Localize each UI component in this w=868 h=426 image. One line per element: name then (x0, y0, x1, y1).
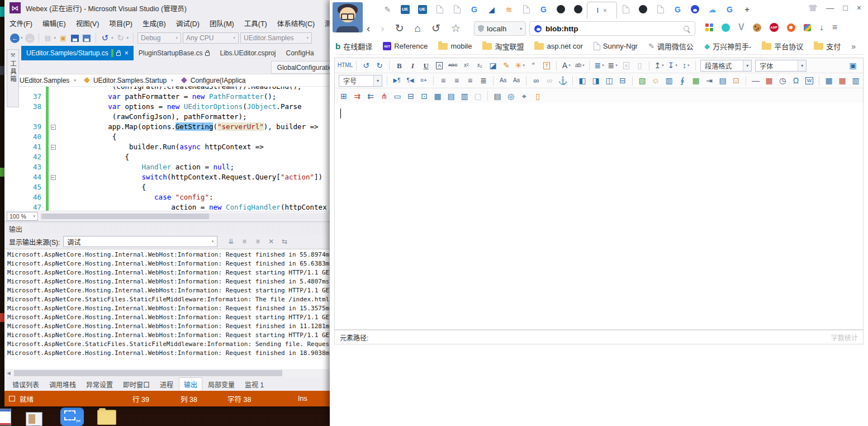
menu-item[interactable]: 生成(B) (137, 18, 171, 29)
word-count-button[interactable]: 字数统计 (831, 333, 858, 342)
zoom-level-select[interactable]: 100 %▾ (7, 212, 38, 221)
tab-ueditor[interactable]: UE (396, 0, 414, 18)
breadcrumb-project[interactable]: UEditor.Samples (20, 77, 69, 84)
underline-button[interactable]: U (420, 60, 432, 72)
split-to-cols-button[interactable]: ▥ (458, 90, 471, 102)
space-before-button[interactable]: ↥▾ (653, 60, 665, 72)
delete-table-button[interactable]: ▦ (836, 75, 848, 87)
panel-tab[interactable]: 调用堆栈 (45, 378, 80, 391)
merge-cells-button[interactable]: ▭ (391, 90, 404, 102)
source-html-button[interactable]: HTML (338, 60, 353, 72)
align-center-button[interactable]: ≡ (450, 75, 463, 87)
ordered-list-button[interactable]: ≣▾ (593, 60, 605, 72)
line-height-button[interactable]: ↕▾ (680, 60, 692, 72)
breadcrumb-member[interactable]: Configure(IApplica (191, 77, 246, 84)
align-left-button[interactable]: ≡ (437, 75, 449, 87)
fold-collapse-icon[interactable]: − (51, 125, 56, 130)
indent-button[interactable]: ▶¶ (391, 75, 403, 87)
insert-date-button[interactable]: ▦ (763, 75, 775, 87)
desktop-screenshot-tool-icon[interactable]: ✂ (60, 408, 84, 426)
panel-tab[interactable]: 进程 (155, 378, 178, 391)
tab-handwriting[interactable]: ✎ (379, 0, 396, 18)
insert-map-button[interactable]: ▦ (690, 75, 702, 87)
link-button[interactable]: ∞ (530, 75, 542, 87)
menu-item[interactable]: 测试(S) (320, 18, 330, 29)
document-tab-globalconfiguration[interactable]: GlobalConfiguratio (271, 61, 339, 74)
insert-row-after-button[interactable]: ⊟ (405, 90, 417, 102)
format-eraser-button[interactable]: ◪ (487, 60, 499, 72)
insert-image-button[interactable]: ▧ (636, 75, 648, 87)
tab-blank-3[interactable] (518, 0, 535, 18)
tab-blank-2[interactable] (448, 0, 466, 18)
blank-page-button[interactable]: ▯ (633, 60, 646, 72)
close-button[interactable]: × (857, 3, 861, 12)
bookmark-reference[interactable]: NETReference (383, 42, 428, 50)
tab-stackoverflow[interactable]: ≋ (500, 0, 518, 18)
clear-doc-button[interactable]: ✎ (500, 60, 513, 72)
table-disabled-button[interactable]: ▢ (472, 90, 484, 102)
document-tab[interactable]: PluginStartupBase.cs (134, 46, 215, 60)
align-justify-button[interactable]: ≣ (477, 75, 490, 87)
new-file-button[interactable]: ▤ (43, 33, 53, 43)
save-button[interactable] (70, 33, 80, 43)
save-all-button[interactable] (82, 33, 92, 43)
platform-select[interactable]: Any CPU▾ (183, 32, 239, 44)
paste-button[interactable]: ▯ (532, 90, 544, 102)
merge-right-button[interactable]: ▦ (431, 90, 444, 102)
print-button[interactable]: ▤ (491, 90, 504, 102)
tab-google-3[interactable]: G (669, 0, 686, 18)
insert-col-left-button[interactable]: ⇉ (351, 90, 363, 102)
tab-cloud[interactable]: ☁ (704, 0, 721, 18)
panel-tab[interactable]: 局部变量 (203, 378, 239, 391)
home-button[interactable]: ⌂ (415, 23, 421, 34)
ueditor-content-area[interactable] (334, 103, 864, 330)
address-bar[interactable]: blob:http (529, 21, 695, 36)
ext-vue-devtools-button[interactable]: V (738, 22, 744, 32)
menu-button[interactable]: ≡ (832, 22, 837, 32)
recently-closed-button[interactable]: ↺ (431, 23, 440, 34)
tab-github[interactable] (552, 0, 570, 18)
redo-button[interactable]: ↻ (116, 33, 126, 43)
split-to-rows-button[interactable]: ▤ (445, 90, 457, 102)
table-title-button[interactable]: ▥ (850, 75, 862, 87)
insert-table-button[interactable]: ▦ (823, 75, 835, 87)
output-horizontal-scrollbar[interactable]: ◀ (4, 369, 330, 377)
chevron-down-icon[interactable]: ▾ (520, 26, 522, 31)
blockquote-button[interactable]: “ (527, 60, 539, 72)
paste-plain-button[interactable]: T (540, 60, 553, 72)
desktop-id-photo-icon[interactable] (26, 412, 42, 426)
desktop-document-icon[interactable] (0, 409, 11, 425)
bold-button[interactable]: B (393, 60, 405, 72)
bookmark-translate[interactable]: b在线翻译 (335, 41, 372, 51)
bookmark-wechat[interactable]: ✎调用微信公 (648, 41, 694, 51)
back-button[interactable]: ‹ (367, 23, 370, 34)
ext-cube-button[interactable] (804, 24, 811, 31)
output-log[interactable]: Microsoft.AspNetCore.Hosting.Internal.We… (4, 249, 330, 369)
word-image-button[interactable]: W (803, 75, 815, 87)
to-uppercase-button[interactable]: Aa (497, 75, 509, 87)
minimize-button[interactable]: — (826, 3, 834, 12)
undo-button[interactable]: ↺ (100, 33, 110, 43)
ext-adblock-plus-button[interactable]: ABP (770, 23, 779, 32)
to-lowercase-button[interactable]: Aa (510, 75, 523, 87)
anchor-button[interactable]: ⚓ (557, 75, 569, 87)
skin-button[interactable] (808, 4, 817, 11)
refresh-button[interactable]: ↻ (395, 23, 404, 34)
tab-google-2[interactable]: G (535, 0, 552, 18)
document-tab[interactable]: Libs.UEditor.csproj (215, 46, 281, 60)
scrollbar-thumb[interactable] (14, 370, 282, 376)
ext-grid-button[interactable] (705, 23, 713, 31)
document-tab[interactable]: UEditor.Samples/Startup.cs× (21, 46, 134, 60)
startup-project-select[interactable]: UEditor.Samples▾ (240, 32, 312, 44)
fullscreen-button[interactable]: ▣ (847, 60, 859, 72)
tab-github-2[interactable] (570, 0, 587, 18)
insert-paragraph-button[interactable]: ≡+ (418, 75, 430, 87)
bookmark-pay[interactable]: 支付 (814, 41, 841, 51)
panel-tab[interactable]: 错误列表 (8, 378, 44, 391)
tab-google[interactable]: G (466, 0, 483, 18)
menu-item[interactable]: 工具(T) (239, 18, 272, 29)
ext-sync-button[interactable] (722, 23, 730, 32)
outdent-button[interactable]: ¶◀ (404, 75, 416, 87)
site-identity-box[interactable]: localh ▾ (474, 21, 526, 36)
bookmark-taobao[interactable]: 淘宝联盟 (482, 41, 524, 51)
